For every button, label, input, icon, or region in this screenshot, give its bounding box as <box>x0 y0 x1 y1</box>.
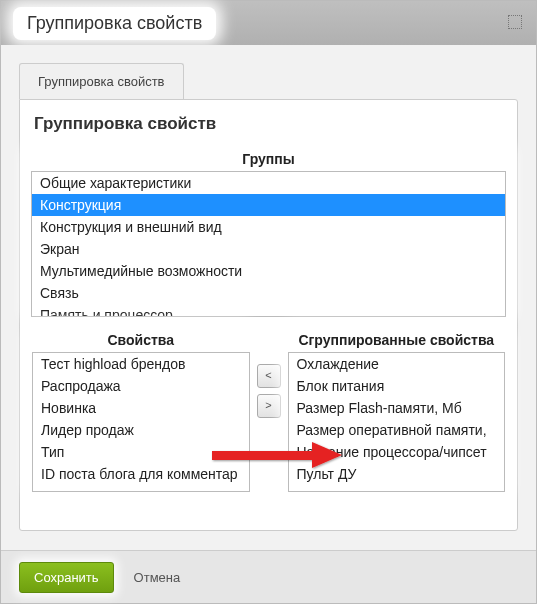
list-item[interactable]: Память и процессор <box>32 304 505 317</box>
move-buttons: < > <box>256 330 282 418</box>
content-area: Группировка свойств Группировка свойств … <box>1 45 536 551</box>
footer: Сохранить Отмена <box>1 550 536 603</box>
maximize-icon[interactable] <box>508 15 522 29</box>
tabs: Группировка свойств <box>19 63 518 99</box>
save-button[interactable]: Сохранить <box>19 562 114 593</box>
list-item[interactable]: Конструкция и внешний вид <box>32 216 505 238</box>
list-item[interactable]: Лидер продаж <box>33 419 249 441</box>
titlebar: Группировка свойств <box>1 1 536 46</box>
list-item[interactable]: Пульт ДУ <box>289 463 505 485</box>
list-item[interactable]: Охлаждение <box>289 353 505 375</box>
window-title: Группировка свойств <box>13 7 216 40</box>
groups-listbox[interactable]: Общие характеристикиКонструкцияКонструкц… <box>31 171 506 317</box>
groups-block: Группы Общие характеристикиКонструкцияКо… <box>30 148 507 318</box>
list-item[interactable]: ID поста блога для комментар <box>33 463 249 485</box>
move-left-button[interactable]: < <box>257 364 281 388</box>
list-item[interactable]: Конструкция <box>32 194 505 216</box>
grouped-listbox[interactable]: ОхлаждениеБлок питанияРазмер Flash-памят… <box>288 352 506 492</box>
list-item[interactable]: Тест highload брендов <box>33 353 249 375</box>
list-item[interactable]: Размер оперативной памяти, <box>289 419 505 441</box>
list-item[interactable]: Новинка <box>33 397 249 419</box>
panel-title: Группировка свойств <box>34 114 505 134</box>
list-item[interactable]: Блок питания <box>289 375 505 397</box>
move-right-button[interactable]: > <box>257 394 281 418</box>
modal-window: Группировка свойств Группировка свойств … <box>0 0 537 604</box>
list-item[interactable]: Артикул <box>33 485 249 492</box>
lower-row: Свойства Тест highload брендовРаспродажа… <box>32 330 505 492</box>
list-item[interactable]: Связь <box>32 282 505 304</box>
groups-label: Группы <box>31 151 506 167</box>
list-item[interactable]: Экран <box>32 238 505 260</box>
list-item[interactable]: Мультимедийные возможности <box>32 260 505 282</box>
list-item[interactable]: Распродажа <box>33 375 249 397</box>
panel: Группировка свойств Группы Общие характе… <box>19 99 518 531</box>
cancel-button[interactable]: Отмена <box>128 569 187 586</box>
properties-listbox[interactable]: Тест highload брендовРаспродажаНовинкаЛи… <box>32 352 250 492</box>
properties-block: Свойства Тест highload брендовРаспродажа… <box>32 330 250 492</box>
list-item[interactable]: Тип <box>33 441 249 463</box>
list-item[interactable]: Размер Flash-памяти, Мб <box>289 397 505 419</box>
list-item[interactable]: Общие характеристики <box>32 172 505 194</box>
grouped-label: Сгруппированные свойства <box>288 332 506 348</box>
tab-grouping[interactable]: Группировка свойств <box>19 63 184 99</box>
grouped-block: Сгруппированные свойства ОхлаждениеБлок … <box>288 330 506 492</box>
properties-label: Свойства <box>32 332 250 348</box>
list-item[interactable]: Название процессора/чипсет <box>289 441 505 463</box>
